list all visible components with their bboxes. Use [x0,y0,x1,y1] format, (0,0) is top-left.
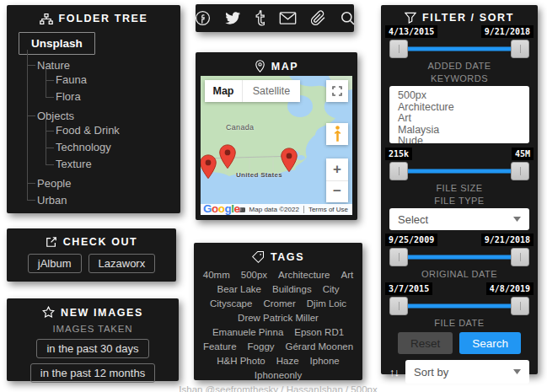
tag-item[interactable]: 40mm [203,271,230,280]
keyword-option[interactable]: Art [398,113,521,125]
search-button[interactable]: Search [459,332,521,354]
tag-item[interactable]: Drew Patrick Miller [238,314,319,323]
original-date-slider-handle-right[interactable] [511,248,529,266]
folder-label[interactable]: Objects [37,110,74,122]
tag-item[interactable]: Art [341,271,353,280]
tag-item[interactable]: Ishan @seefromthesky / HassanIshan / 500… [179,385,377,392]
added-date-slider [389,40,529,58]
file-size-max: 45M [512,148,534,160]
pegman-button[interactable] [326,123,348,145]
file-type-label: FILE TYPE [389,196,529,206]
past-30-days-button[interactable]: in the past 30 days [36,339,148,358]
folder-item-food-drink[interactable]: Food & Drink [46,122,180,139]
added-date-slider-handle-left[interactable] [389,40,408,58]
slider-track [397,47,522,51]
facebook-icon[interactable] [195,10,211,26]
fullscreen-button[interactable] [326,80,348,102]
reset-button[interactable]: Reset [398,332,453,354]
folder-item-technology[interactable]: Technology [46,139,180,156]
lazaworx-button[interactable]: Lazaworx [88,254,156,273]
tag-item[interactable]: City [323,285,340,294]
tag-item[interactable]: Foggy [248,342,275,352]
file-type-select[interactable]: Select [389,208,529,230]
added-date-slider-handle-right[interactable] [511,40,529,58]
keyword-option[interactable]: Architecture [398,102,521,114]
tag-item[interactable]: 500px [241,271,267,280]
jalbum-button[interactable]: jAlbum [28,254,82,273]
google-logo[interactable]: Google [203,202,240,215]
folder-label[interactable]: Flora [56,90,81,103]
tag-item[interactable]: H&H Photo [217,357,265,366]
map-title: MAP [196,52,357,72]
page: FOLDER TREE Unsplash Nature Fauna Flora … [0,0,547,392]
file-type-value: Select [398,213,428,226]
link-icon[interactable] [310,10,326,26]
file-size-slider-handle-left[interactable] [389,162,408,180]
zoom-in-button[interactable]: + [326,158,348,181]
search-icon[interactable] [340,10,356,26]
map-marker[interactable] [218,144,237,169]
caret-down-icon [513,217,521,222]
email-icon[interactable] [279,11,297,25]
map-canvas[interactable]: Canada United States Map Satellite [201,76,352,215]
tag-item[interactable]: Gérard Moonen [286,342,354,352]
keywords-listbox[interactable]: 500px Architecture Art Malaysia Nude [389,86,529,143]
folder-item-fauna[interactable]: Fauna [46,72,180,89]
slider-track [397,255,522,260]
keywords-label: KEYWORDS [389,73,529,83]
tag-item[interactable]: Iphoneonly [255,371,302,380]
tag-cloud: 40mm 500px Architecture Art Bear Lake Bu… [194,263,362,392]
sort-by-value: Sort by [414,366,448,379]
file-size-slider-handle-right[interactable] [511,162,529,180]
tag-item[interactable]: Feature [203,342,237,352]
satellite-view-button[interactable]: Satellite [243,80,300,102]
map-data-attribution: Map data ©2022 [245,206,303,213]
tag-item[interactable]: Cityscape [210,299,253,309]
check-out-title-text: CHECK OUT [63,236,138,248]
zoom-out-button[interactable]: − [326,181,348,203]
folder-item-nature[interactable]: Nature Fauna Flora [27,56,180,107]
tumblr-icon[interactable] [255,10,265,26]
original-date-slider-handle-left[interactable] [389,248,408,266]
tag-item[interactable]: Architecture [278,271,330,280]
folder-label[interactable]: Urban [37,194,67,207]
added-date-start: 4/13/2015 [385,25,437,38]
tag-item[interactable]: Emanuele Pinna [212,328,283,337]
twitter-icon[interactable] [224,10,241,26]
social-bar [196,4,354,32]
keyword-option[interactable]: Nude [398,136,521,143]
folder-label[interactable]: Technology [56,141,111,153]
tag-item[interactable]: Iphone [310,357,340,366]
map-marker[interactable] [201,154,217,180]
tag-item[interactable]: Djim Loic [307,299,346,309]
folder-item-urban[interactable]: Urban [27,191,180,208]
keyword-option[interactable]: Malaysia [398,125,521,137]
folder-label[interactable]: Food & Drink [56,124,120,137]
folder-item-people[interactable]: People [27,175,180,191]
terms-of-use-link[interactable]: Terms of Use [304,206,352,213]
map-view-button[interactable]: Map [205,80,243,102]
folder-label[interactable]: Fauna [56,73,87,86]
folder-item-flora[interactable]: Flora [46,89,180,105]
past-12-months-button[interactable]: in the past 12 months [30,363,155,383]
folder-tree-title-text: FOLDER TREE [59,13,148,24]
file-date-slider-handle-left[interactable] [389,297,408,315]
folder-item-texture[interactable]: Texture [46,156,180,173]
location-pin-icon [255,60,265,72]
tag-item[interactable]: Cromer [263,299,295,309]
folder-label[interactable]: People [37,177,71,190]
check-out-panel: CHECK OUT jAlbum Lazaworx [7,228,176,282]
folder-item-objects[interactable]: Objects Food & Drink Technology Texture [27,107,180,175]
tag-item[interactable]: Bear Lake [217,285,261,294]
star-icon [42,306,55,319]
tag-item[interactable]: Epson RD1 [294,328,344,337]
tag-item[interactable]: Haze [276,357,299,366]
file-date-slider-handle-right[interactable] [511,297,529,315]
folder-label[interactable]: Texture [56,158,92,170]
tag-item[interactable]: Buildings [272,285,312,294]
tags-title-text: TAGS [271,251,304,263]
keyword-option[interactable]: 500px [398,90,521,102]
file-date-end: 4/8/2019 [486,282,534,295]
map-marker[interactable] [280,148,298,173]
sort-by-select[interactable]: Sort by [405,360,529,384]
